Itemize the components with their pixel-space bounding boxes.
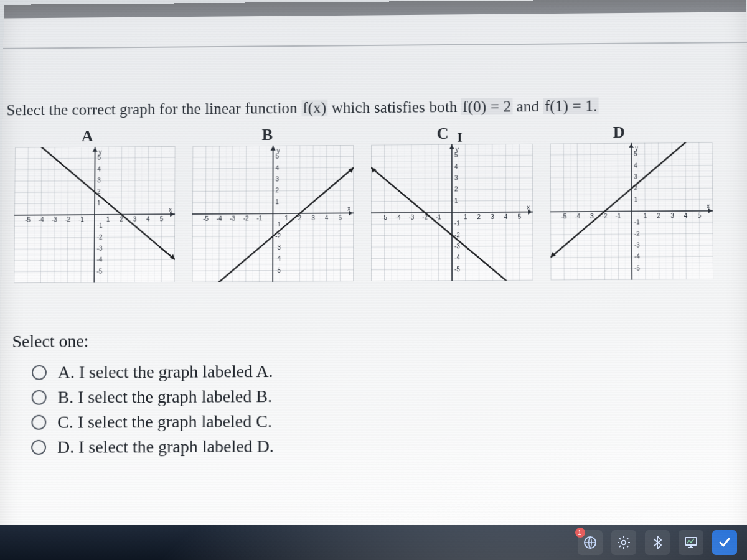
graph-panel-B: -5-4-3-2-112345-5-4-3-2-112345yx <box>192 145 354 282</box>
svg-line-276 <box>619 546 621 547</box>
svg-text:1: 1 <box>634 196 637 203</box>
svg-text:-1: -1 <box>615 213 621 220</box>
svg-text:-1: -1 <box>97 222 103 229</box>
svg-text:5: 5 <box>339 214 342 221</box>
svg-text:2: 2 <box>298 215 302 222</box>
svg-text:1: 1 <box>97 200 101 207</box>
svg-text:5: 5 <box>698 212 702 219</box>
svg-line-43 <box>94 147 95 283</box>
svg-text:4: 4 <box>504 213 508 220</box>
svg-text:-2: -2 <box>243 215 249 222</box>
option-C[interactable]: C. I select the graph labeled C. <box>31 411 274 432</box>
svg-text:3: 3 <box>491 213 494 220</box>
svg-text:3: 3 <box>311 215 315 222</box>
taskbar-app-icon[interactable]: 1 <box>578 530 603 555</box>
svg-text:-1: -1 <box>454 220 460 227</box>
svg-point-269 <box>622 541 626 544</box>
svg-text:-3: -3 <box>97 245 103 252</box>
svg-text:y: y <box>99 149 102 156</box>
globe-icon <box>583 535 598 550</box>
svg-text:4: 4 <box>634 162 637 169</box>
radio-D[interactable] <box>31 440 46 455</box>
svg-text:2: 2 <box>275 187 279 194</box>
svg-text:2: 2 <box>120 216 123 223</box>
svg-text:-2: -2 <box>634 230 640 237</box>
svg-text:-1: -1 <box>634 219 640 226</box>
svg-text:-4: -4 <box>217 215 222 222</box>
svg-text:1: 1 <box>644 212 647 219</box>
question-part: Select the correct graph for the linear … <box>6 100 301 118</box>
svg-text:-5: -5 <box>382 214 387 221</box>
graph-panel-C: -5-4-3-2-112345-5-4-3-2-112345yx <box>371 144 533 281</box>
option-C-label: C. I select the graph labeled C. <box>57 411 272 432</box>
svg-text:y: y <box>456 146 459 153</box>
svg-text:-3: -3 <box>52 216 57 223</box>
svg-line-274 <box>619 538 621 539</box>
svg-text:3: 3 <box>634 174 637 180</box>
svg-text:-3: -3 <box>588 213 594 220</box>
svg-text:3: 3 <box>670 212 674 219</box>
svg-text:5: 5 <box>160 215 164 222</box>
svg-text:-4: -4 <box>575 213 580 220</box>
option-B[interactable]: B. I select the graph labeled B. <box>32 386 275 408</box>
column-heading-C: C <box>437 124 449 143</box>
svg-text:-2: -2 <box>97 233 103 240</box>
svg-text:-4: -4 <box>97 256 103 263</box>
svg-text:4: 4 <box>454 163 458 170</box>
taskbar-check-icon[interactable] <box>712 530 737 555</box>
select-one-heading: Select one: <box>12 331 88 352</box>
svg-text:-2: -2 <box>65 216 71 223</box>
svg-text:-3: -3 <box>454 243 460 250</box>
svg-text:-5: -5 <box>25 217 31 223</box>
windows-taskbar: 1 <box>0 525 747 560</box>
svg-text:4: 4 <box>684 212 688 219</box>
svg-text:-5: -5 <box>454 266 460 273</box>
taskbar-bluetooth-icon[interactable] <box>645 530 670 555</box>
monitor-icon <box>684 535 698 550</box>
question-part: and <box>517 98 543 114</box>
taskbar-monitor-icon[interactable] <box>679 530 703 555</box>
svg-text:-1: -1 <box>256 215 262 222</box>
radio-C[interactable] <box>31 415 46 430</box>
graph-panel-A: -5-4-3-2-112345-5-4-3-2-112345yx <box>14 146 175 283</box>
option-A[interactable]: A. I select the graph labeled A. <box>32 362 274 383</box>
svg-text:-5: -5 <box>275 267 281 274</box>
svg-text:1: 1 <box>275 198 279 205</box>
svg-text:y: y <box>277 147 280 154</box>
column-heading-B: B <box>262 126 273 144</box>
svg-line-277 <box>627 538 628 539</box>
notification-badge: 1 <box>578 528 581 538</box>
svg-text:-1: -1 <box>275 221 281 228</box>
svg-text:-5: -5 <box>203 215 209 222</box>
svg-line-275 <box>627 546 628 547</box>
option-A-label: A. I select the graph labeled A. <box>58 362 273 383</box>
svg-text:-5: -5 <box>96 268 102 274</box>
svg-text:1: 1 <box>454 197 458 204</box>
taskbar-settings-icon[interactable] <box>611 530 636 555</box>
svg-text:x: x <box>347 205 350 212</box>
svg-text:-4: -4 <box>634 253 640 260</box>
svg-text:1: 1 <box>106 216 110 223</box>
graph-panel-D: -5-4-3-2-112345-5-4-3-2-112345yx <box>550 142 713 281</box>
svg-text:x: x <box>707 203 710 210</box>
svg-line-244 <box>631 143 632 280</box>
options-list: A. I select the graph labeled A. B. I se… <box>31 357 274 462</box>
svg-text:4: 4 <box>146 215 150 222</box>
divider <box>3 42 746 49</box>
radio-A[interactable] <box>32 365 47 380</box>
svg-text:x: x <box>527 204 530 211</box>
option-D[interactable]: D. I select the graph labeled D. <box>31 436 274 457</box>
radio-B[interactable] <box>32 390 47 405</box>
bluetooth-icon <box>650 535 665 550</box>
question-text: Select the correct graph for the linear … <box>6 97 598 119</box>
option-B-label: B. I select the graph labeled B. <box>57 386 272 408</box>
option-D-label: D. I select the graph labeled D. <box>57 436 274 457</box>
question-fx: f(x) <box>301 100 327 116</box>
question-part: which satisfies both <box>332 98 461 116</box>
text-cursor: I <box>458 131 463 145</box>
svg-text:-3: -3 <box>230 215 235 222</box>
svg-text:2: 2 <box>657 212 660 219</box>
check-icon <box>717 535 732 550</box>
svg-text:-4: -4 <box>275 255 281 262</box>
svg-text:3: 3 <box>97 177 101 184</box>
